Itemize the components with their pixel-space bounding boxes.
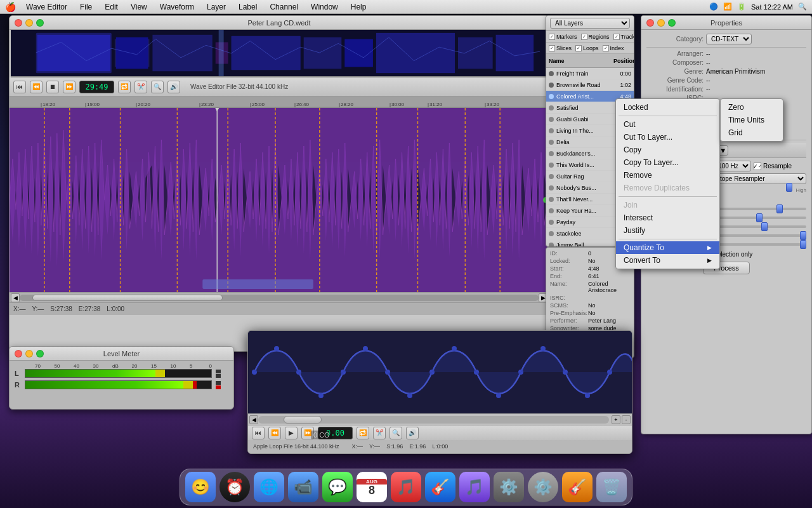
al-play[interactable]: ▶ xyxy=(285,427,298,439)
dock-clock-icon[interactable]: ⏰ xyxy=(219,472,250,502)
menu-channel[interactable]: Channel xyxy=(267,3,301,11)
ctx-copy[interactable]: Copy xyxy=(616,144,719,156)
zoom-button[interactable]: 🔍 xyxy=(151,81,164,93)
dock-system-prefs-icon[interactable]: ⚙️ xyxy=(528,472,558,502)
index-cb[interactable]: Index xyxy=(603,45,624,51)
ctx-quantize-to[interactable]: Quantize To ▶ xyxy=(616,241,719,254)
al-scroll-thumb[interactable] xyxy=(284,416,322,424)
lm-minimize-button[interactable] xyxy=(25,350,33,358)
submenu-grid[interactable]: Grid xyxy=(721,126,783,139)
dock-video-icon[interactable]: 📹 xyxy=(288,472,318,502)
dock-messages-icon[interactable]: 💬 xyxy=(322,472,353,502)
props-close-button[interactable] xyxy=(646,19,654,27)
al-rewind-start[interactable]: ⏮ xyxy=(252,427,265,439)
track-dot xyxy=(549,117,554,122)
scale-30: 30 xyxy=(93,363,113,369)
submenu-zero[interactable]: Zero xyxy=(721,101,783,114)
rewind-to-start-button[interactable]: ⏮ xyxy=(13,81,26,93)
menu-wave-editor[interactable]: Wave Editor xyxy=(23,3,70,11)
dock-wave-editor-icon[interactable]: 🎵 xyxy=(459,472,490,502)
search-icon[interactable]: 🔍 xyxy=(798,3,807,11)
max-filter-slider[interactable] xyxy=(706,217,806,219)
time-display: 29:49 xyxy=(79,81,114,93)
scroll-left-button[interactable]: ◀ xyxy=(11,293,20,302)
props-zoom-button[interactable] xyxy=(668,19,676,27)
dock-calendar-icon[interactable]: AUG 8 xyxy=(357,472,387,502)
dock-finder-icon[interactable]: 😊 xyxy=(185,472,216,502)
loop-button[interactable]: 🔁 xyxy=(118,81,131,93)
ctx-cut-to-layer[interactable]: Cut To Layer... xyxy=(616,131,719,144)
loops-cb[interactable]: Loops xyxy=(575,45,599,51)
play-button[interactable]: ⏩ xyxy=(63,81,75,93)
submenu-time-units[interactable]: Time Units xyxy=(721,114,783,126)
scale-10: 10 xyxy=(171,363,190,369)
menu-layer[interactable]: Layer xyxy=(204,3,228,11)
ctx-justify[interactable]: Justify xyxy=(616,224,719,237)
al-scroll-track[interactable] xyxy=(258,416,609,424)
preringing-slider[interactable] xyxy=(706,243,806,246)
zoom-button[interactable] xyxy=(36,19,44,27)
scroll-track[interactable] xyxy=(20,295,539,301)
al-scroll-left[interactable]: ◀ xyxy=(249,415,258,424)
volume-button[interactable]: 🔊 xyxy=(167,81,180,93)
dock-guitar-icon[interactable]: 🎸 xyxy=(562,472,593,502)
dock-browser-icon[interactable]: 🌐 xyxy=(254,472,284,502)
apple-menu[interactable]: 🍎 xyxy=(5,2,16,12)
menu-label[interactable]: Label xyxy=(236,3,259,11)
layer-select[interactable]: All Layers xyxy=(550,18,630,29)
menu-window[interactable]: Window xyxy=(308,3,341,11)
ctx-copy-to-layer[interactable]: Copy To Layer... xyxy=(616,156,719,169)
waveform-main[interactable] xyxy=(10,108,549,292)
rewind-button[interactable]: ⏪ xyxy=(30,81,43,93)
al-zoom-out[interactable]: - xyxy=(622,415,631,424)
al-loop[interactable]: 🔁 xyxy=(357,427,369,439)
waveform-overview[interactable] xyxy=(11,30,547,77)
lm-zoom-button[interactable] xyxy=(36,350,44,358)
resample-checkbox[interactable]: ✓ xyxy=(754,163,761,170)
ctx-locked[interactable]: Locked xyxy=(616,101,719,114)
al-zoom[interactable]: 🔍 xyxy=(390,427,402,439)
markers-cb[interactable]: Markers xyxy=(549,34,577,40)
al-tool[interactable]: ✂️ xyxy=(373,427,386,439)
menu-view[interactable]: View xyxy=(128,3,150,11)
ctx-convert-to[interactable]: Convert To ▶ xyxy=(616,254,719,267)
h-scrollbar[interactable]: ◀ ▶ xyxy=(10,292,549,302)
menu-edit[interactable]: Edit xyxy=(102,3,121,11)
dock-garageband-icon[interactable]: 🎸 xyxy=(425,472,455,502)
dock-trash-icon[interactable]: 🗑️ xyxy=(596,472,627,502)
stop-button[interactable]: ⏹ xyxy=(46,81,59,93)
dock-settings-icon[interactable]: ⚙️ xyxy=(494,472,524,502)
al-scrollbar[interactable]: ◀ + - xyxy=(248,413,632,425)
category-select[interactable]: CD-TEXT xyxy=(706,34,752,44)
slices-cb[interactable]: Slices xyxy=(549,45,572,51)
props-minimize-button[interactable] xyxy=(657,19,665,27)
minimize-button[interactable] xyxy=(25,19,33,27)
svg-point-63 xyxy=(452,346,457,351)
cutoff-slider[interactable] xyxy=(706,225,806,228)
dock-music-icon[interactable]: 🎵 xyxy=(391,472,421,502)
tool-selector[interactable]: ✂️ xyxy=(134,81,147,93)
ctx-remove[interactable]: Remove xyxy=(616,169,719,182)
menu-waveform[interactable]: Waveform xyxy=(157,3,197,11)
ctx-cut[interactable]: Cut xyxy=(616,118,719,131)
track-cb[interactable]: Track xyxy=(613,34,634,40)
ctx-intersect[interactable]: Intersect xyxy=(616,211,719,224)
lm-close-button[interactable] xyxy=(15,350,22,358)
genre-row: Genre: American Primitivism xyxy=(646,68,806,75)
al-zoom-in[interactable]: + xyxy=(612,415,620,424)
close-button[interactable] xyxy=(15,19,22,27)
track-item[interactable]: Freight Train 0:00 xyxy=(546,68,634,79)
alias-slider[interactable] xyxy=(706,234,806,237)
menu-help[interactable]: Help xyxy=(348,3,369,11)
al-rewind[interactable]: ⏪ xyxy=(268,427,281,439)
menu-file[interactable]: File xyxy=(77,3,95,11)
al-waveform[interactable] xyxy=(248,331,632,413)
regions-cb[interactable]: Regions xyxy=(581,34,610,40)
filter-steepness-slider[interactable] xyxy=(706,208,806,210)
ctx-join: Join xyxy=(616,199,719,211)
track-item[interactable]: Brownsville Road 1:02 xyxy=(546,79,634,91)
scroll-thumb[interactable] xyxy=(32,295,223,301)
level-meter-titlebar: Level Meter xyxy=(10,347,233,361)
al-vol[interactable]: 🔊 xyxy=(406,427,419,439)
svg-rect-12 xyxy=(496,35,534,71)
